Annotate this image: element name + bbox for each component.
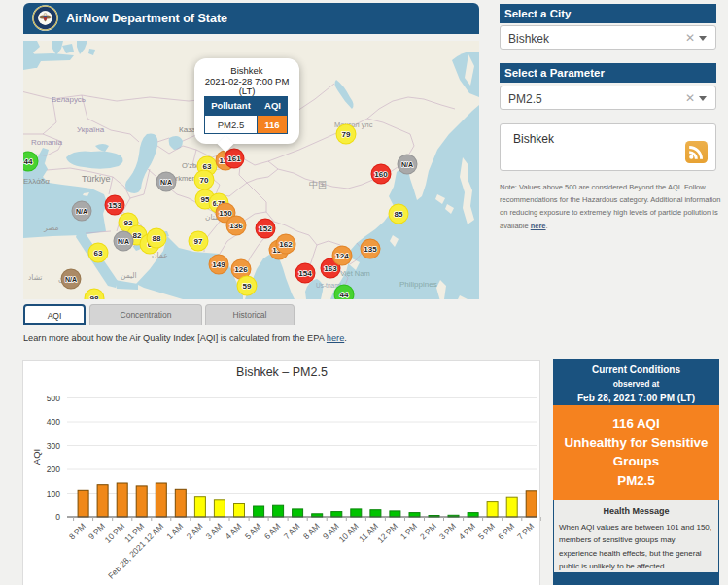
svg-text:Việt Nam: Việt Nam (340, 269, 370, 278)
svg-text:7 AM: 7 AM (282, 521, 302, 541)
svg-text:Romania: Romania (31, 138, 63, 147)
svg-text:N/A: N/A (76, 208, 87, 215)
svg-text:N/A: N/A (160, 179, 172, 186)
svg-text:12 PM: 12 PM (375, 521, 399, 544)
svg-text:200: 200 (47, 465, 60, 474)
svg-text:7 PM: 7 PM (515, 521, 536, 541)
svg-text:0: 0 (55, 512, 60, 522)
svg-text:150: 150 (219, 209, 232, 218)
svg-text:97: 97 (194, 237, 203, 246)
svg-text:1 PM: 1 PM (399, 521, 419, 541)
svg-text:44: 44 (340, 291, 349, 299)
svg-text:Bishkek – PM2.5: Bishkek – PM2.5 (236, 365, 328, 379)
svg-text:153: 153 (108, 201, 121, 210)
svg-text:5 AM: 5 AM (243, 521, 263, 541)
svg-text:4 AM: 4 AM (224, 521, 244, 541)
svg-text:2 AM: 2 AM (185, 521, 205, 541)
svg-text:162: 162 (279, 240, 293, 249)
svg-text:10 AM: 10 AM (337, 521, 361, 544)
svg-text:70: 70 (200, 176, 209, 185)
svg-text:AQI: AQI (31, 449, 42, 465)
svg-text:161: 161 (227, 155, 241, 163)
svg-text:135: 135 (364, 245, 377, 254)
svg-text:中国: 中国 (309, 180, 327, 189)
svg-text:Türkiye: Türkiye (82, 174, 111, 184)
svg-text:اليمن: اليمن (121, 271, 137, 280)
svg-text:152: 152 (259, 224, 272, 233)
svg-text:85: 85 (395, 210, 403, 219)
svg-text:مصر: مصر (43, 224, 59, 232)
svg-text:3 PM: 3 PM (437, 521, 458, 541)
svg-text:149: 149 (212, 260, 225, 269)
svg-text:88: 88 (153, 234, 161, 243)
svg-text:400: 400 (47, 417, 60, 427)
svg-text:79: 79 (342, 130, 351, 139)
svg-text:5 PM: 5 PM (476, 521, 497, 541)
svg-text:163: 163 (324, 264, 337, 273)
svg-text:8 PM: 8 PM (67, 521, 87, 541)
svg-text:300: 300 (47, 441, 60, 451)
svg-text:100: 100 (47, 489, 60, 499)
svg-text:2 PM: 2 PM (418, 521, 438, 541)
svg-text:Беларусь: Беларусь (52, 95, 86, 104)
svg-text:6 PM: 6 PM (496, 521, 516, 541)
svg-text:4 PM: 4 PM (457, 521, 477, 541)
svg-text:98: 98 (90, 294, 99, 299)
svg-text:N/A: N/A (65, 276, 77, 283)
svg-text:82: 82 (133, 231, 142, 240)
svg-text:N/A: N/A (401, 161, 413, 168)
svg-text:Ελλάδα: Ελλάδα (23, 177, 50, 186)
svg-text:92: 92 (124, 219, 133, 227)
svg-text:3 AM: 3 AM (204, 521, 225, 541)
svg-text:6 AM: 6 AM (262, 521, 283, 541)
svg-text:تشاد: تشاد (28, 273, 42, 282)
svg-text:N/A: N/A (118, 238, 129, 245)
svg-text:11 AM: 11 AM (357, 521, 380, 544)
svg-text:160: 160 (374, 170, 388, 179)
svg-text:63: 63 (94, 249, 103, 258)
svg-text:154: 154 (298, 269, 312, 278)
svg-text:10 PM: 10 PM (103, 521, 126, 544)
svg-text:8 AM: 8 AM (301, 521, 322, 541)
svg-text:124: 124 (335, 252, 349, 260)
svg-text:44: 44 (24, 157, 33, 166)
svg-text:59: 59 (243, 282, 252, 291)
svg-text:Україна: Україна (77, 125, 105, 134)
svg-text:Philippines: Philippines (399, 280, 437, 289)
svg-text:500: 500 (47, 394, 60, 403)
svg-text:126: 126 (234, 265, 248, 274)
svg-text:136: 136 (229, 222, 243, 230)
svg-text:1 AM: 1 AM (164, 521, 185, 541)
